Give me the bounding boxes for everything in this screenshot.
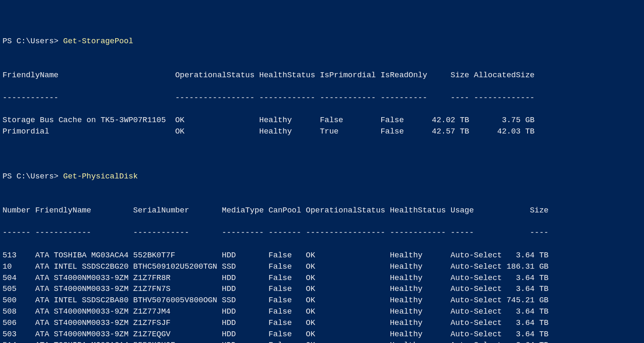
disk-row: 10 ATA INTEL SSDSC2BG20 BTHC509102U5200T… <box>3 262 641 273</box>
disk-header: Number FriendlyName SerialNumber MediaTy… <box>3 194 641 217</box>
prompt-prefix-2: PS C:\Users> <box>3 172 63 181</box>
disk-row: 504 ATA ST4000NM0033-9ZM Z1Z7FR8R HDD Fa… <box>3 273 641 284</box>
command-2: Get-PhysicalDisk <box>63 172 138 181</box>
disk-row: 500 ATA INTEL SSDSC2BA80 BTHV5076005V800… <box>3 295 641 306</box>
disk-row: 514 ATA TOSHIBA MG03ACA4 5558K2UOF HDD F… <box>3 340 641 343</box>
prompt-prefix-1: PS C:\Users> <box>3 37 63 46</box>
prompt-line-2: PS C:\Users> Get-PhysicalDisk <box>3 171 641 183</box>
disk-row: 505 ATA ST4000NM0033-9ZM Z1Z7FN7S HDD Fa… <box>3 284 641 295</box>
pool-rows: Storage Bus Cache on TK5-3WP07R1105 OK H… <box>3 115 641 149</box>
pool-row: Storage Bus Cache on TK5-3WP07R1105 OK H… <box>3 115 641 126</box>
command-1: Get-StoragePool <box>63 37 133 46</box>
terminal-output[interactable]: PS C:\Users> Get-StoragePool FriendlyNam… <box>3 36 641 343</box>
pool-row: Primordial OK Healthy True False 42.57 T… <box>3 126 641 138</box>
disk-row: 503 ATA ST4000NM0033-9ZM Z1Z7EQGV HDD Fa… <box>3 329 641 340</box>
disk-row: 506 ATA ST4000NM0033-9ZM Z1Z7FSJF HDD Fa… <box>3 318 641 329</box>
disk-divider: ------ ------------ ------------ -------… <box>3 228 641 239</box>
disk-row: 513 ATA TOSHIBA MG03ACA4 552BK0T7F HDD F… <box>3 250 641 262</box>
pool-header: FriendlyName OperationalStatus HealthSta… <box>3 59 641 81</box>
disk-rows: 513 ATA TOSHIBA MG03ACA4 552BK0T7F HDD F… <box>3 250 641 343</box>
disk-row: 508 ATA ST4000NM0033-9ZM Z1Z77JM4 HDD Fa… <box>3 306 641 318</box>
pool-divider: ------------ ----------------- ---------… <box>3 93 641 104</box>
prompt-line-1: PS C:\Users> Get-StoragePool <box>3 36 641 47</box>
